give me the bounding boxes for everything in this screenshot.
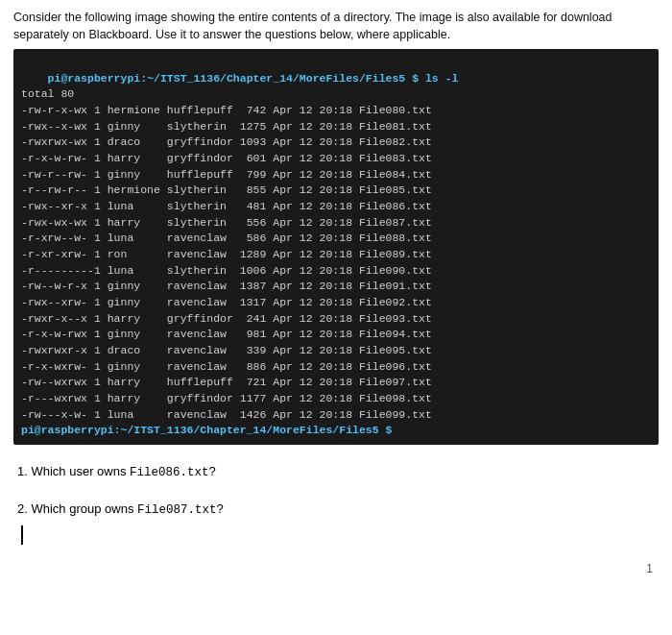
- terminal-line-14: -rwxr-x--x 1 harry gryffindor 241 Apr 12…: [21, 312, 432, 325]
- terminal-line-20: -rw---x-w- 1 luna ravenclaw 1426 Apr 12 …: [21, 408, 432, 421]
- question-2: 2. Which group owns File087.txt?: [17, 500, 655, 545]
- terminal-line-5: -rw-r--rw- 1 ginny hufflepuff 799 Apr 12…: [21, 168, 432, 181]
- question-2-filename: File087.txt: [137, 503, 217, 517]
- terminal-line-3: -rwxrwx-wx 1 draco gryffindor 1093 Apr 1…: [21, 135, 432, 148]
- terminal-line-17: -r-x-wxrw- 1 ginny ravenclaw 886 Apr 12 …: [21, 360, 432, 373]
- terminal-prompt-1: pi@raspberrypi:~/ITST_1136/Chapter_14/Mo…: [48, 72, 459, 85]
- terminal-line-15: -r-x-w-rwx 1 ginny ravenclaw 981 Apr 12 …: [21, 328, 432, 340]
- terminal-line-12: -rw--w-r-x 1 ginny ravenclaw 1387 Apr 12…: [21, 280, 432, 292]
- terminal-line-10: -r-xr-xrw- 1 ron ravenclaw 1289 Apr 12 2…: [21, 248, 432, 260]
- terminal-line-18: -rw--wxrwx 1 harry hufflepuff 721 Apr 12…: [21, 376, 432, 388]
- page-number: 1: [13, 562, 659, 575]
- terminal-line-11: -r---------1 luna slytherin 1006 Apr 12 …: [21, 264, 432, 277]
- terminal-line-19: -r---wxrwx 1 harry gryffindor 1177 Apr 1…: [21, 392, 432, 404]
- terminal-block: pi@raspberrypi:~/ITST_1136/Chapter_14/Mo…: [13, 49, 659, 445]
- answer-cursor-line: [21, 525, 655, 545]
- question-2-suffix: ?: [217, 501, 224, 516]
- question-2-text: Which group owns: [31, 501, 137, 516]
- terminal-line-13: -rwx--xrw- 1 ginny ravenclaw 1317 Apr 12…: [21, 296, 432, 308]
- terminal-line-total: total 80: [21, 87, 74, 100]
- terminal-line-6: -r--rw-r-- 1 hermione slytherin 855 Apr …: [21, 183, 432, 196]
- terminal-line-9: -r-xrw--w- 1 luna ravenclaw 586 Apr 12 2…: [21, 232, 432, 244]
- terminal-line-8: -rwx-wx-wx 1 harry slytherin 556 Apr 12 …: [21, 216, 432, 229]
- questions-section: 1. Which user owns File086.txt? 2. Which…: [13, 462, 659, 545]
- question-1-number: 1.: [17, 464, 31, 478]
- terminal-line-1: -rw-r-x-wx 1 hermione hufflepuff 742 Apr…: [21, 104, 432, 116]
- question-1-filename: File086.txt: [130, 466, 209, 479]
- terminal-prompt-2: pi@raspberrypi:~/ITST_1136/Chapter_14/Mo…: [21, 424, 392, 436]
- page-container: Consider the following image showing the…: [0, 0, 672, 585]
- terminal-line-2: -rwx--x-wx 1 ginny slytherin 1275 Apr 12…: [21, 120, 432, 133]
- question-1: 1. Which user owns File086.txt?: [17, 462, 655, 482]
- terminal-line-16: -rwxrwxr-x 1 draco ravenclaw 339 Apr 12 …: [21, 344, 432, 356]
- instructions-text: Consider the following image showing the…: [13, 10, 659, 43]
- question-1-suffix: ?: [209, 464, 216, 478]
- question-2-number: 2.: [17, 501, 31, 516]
- question-1-text: Which user owns: [31, 464, 130, 478]
- terminal-line-4: -r-x-w-rw- 1 harry gryffindor 601 Apr 12…: [21, 152, 432, 164]
- terminal-line-7: -rwx--xr-x 1 luna slytherin 481 Apr 12 2…: [21, 200, 432, 212]
